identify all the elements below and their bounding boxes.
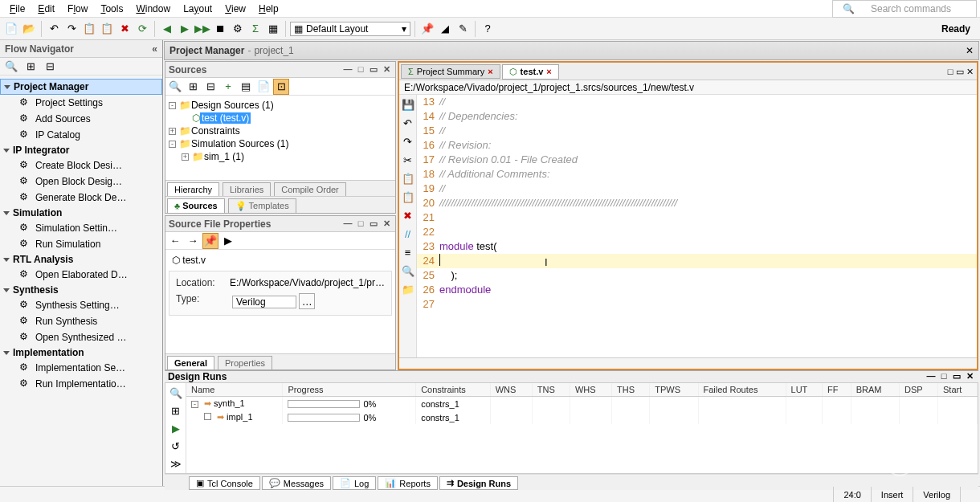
tab-project-summary[interactable]: ΣProject Summary× bbox=[401, 64, 500, 79]
settings-button[interactable]: ⚙ bbox=[230, 21, 246, 37]
type-combo[interactable]: Verilog bbox=[232, 296, 296, 308]
fn-item[interactable]: ⚙Add Sources bbox=[0, 111, 162, 127]
dr-col-ff[interactable]: FF bbox=[823, 383, 851, 397]
editor-hscroll[interactable] bbox=[399, 357, 977, 369]
wand-button[interactable]: ✎ bbox=[455, 21, 471, 37]
fn-item[interactable]: ⚙Run Implementatio… bbox=[0, 376, 162, 392]
fn-item[interactable]: ⚙Synthesis Setting… bbox=[0, 297, 162, 313]
dr-col-wns[interactable]: WNS bbox=[490, 383, 532, 397]
restore-icon[interactable]: □ bbox=[355, 64, 366, 76]
source-tree-node[interactable]: ⬡ test (test.v) bbox=[169, 112, 392, 124]
help-button[interactable]: ? bbox=[480, 21, 496, 37]
fn-expand-button[interactable]: ⊞ bbox=[22, 59, 39, 75]
src-filter-button[interactable]: ▤ bbox=[238, 79, 254, 95]
src-show-button[interactable]: 📄 bbox=[255, 79, 272, 95]
src-expand-button[interactable]: ⊞ bbox=[185, 79, 201, 95]
fn-item[interactable]: ⚙Open Synthesized … bbox=[0, 329, 162, 345]
props-maximize-icon[interactable]: ▭ bbox=[368, 218, 379, 230]
comment-icon[interactable]: // bbox=[400, 226, 416, 242]
menu-layout[interactable]: Layout bbox=[177, 2, 218, 16]
run-button[interactable]: ▶ bbox=[177, 21, 193, 37]
props-fwd-button[interactable]: → bbox=[185, 233, 201, 249]
props-minimize-icon[interactable]: — bbox=[342, 218, 353, 230]
highlight-button[interactable]: ◢ bbox=[437, 21, 453, 37]
fn-section-rtl-analysis[interactable]: RTL Analysis bbox=[0, 252, 162, 267]
dr-close-icon[interactable]: ✕ bbox=[964, 371, 975, 382]
dr-search-icon[interactable]: 🔍 bbox=[168, 385, 184, 401]
src-add-button[interactable]: + bbox=[220, 79, 236, 95]
props-close-icon[interactable]: ✕ bbox=[381, 218, 392, 230]
menu-file[interactable]: FFileile bbox=[3, 2, 31, 16]
dr-more-icon[interactable]: ≫ bbox=[168, 455, 184, 471]
pin-button[interactable]: 📌 bbox=[419, 21, 435, 37]
dr-col-progress[interactable]: Progress bbox=[283, 383, 416, 397]
tab-properties[interactable]: Properties bbox=[218, 356, 272, 369]
delete-button[interactable]: ✖ bbox=[116, 21, 133, 37]
editor-text-area[interactable]: 13//14// Dependencies:15//16// Revision:… bbox=[417, 95, 977, 357]
new-project-button[interactable]: 📄 bbox=[3, 21, 19, 37]
fn-section-simulation[interactable]: Simulation bbox=[0, 206, 162, 220]
type-browse-button[interactable]: … bbox=[299, 293, 315, 309]
src-toggle-button[interactable]: ⊡ bbox=[273, 79, 289, 95]
undo-icon[interactable]: ↶ bbox=[400, 115, 416, 131]
open-button[interactable]: 📂 bbox=[21, 21, 37, 37]
undo-button[interactable]: ↶ bbox=[46, 21, 62, 37]
fn-section-project-manager[interactable]: Project Manager bbox=[0, 79, 162, 95]
paste-button[interactable]: 📋 bbox=[99, 21, 115, 37]
close-tab-icon[interactable]: × bbox=[546, 67, 551, 76]
dr-restore-icon[interactable]: □ bbox=[938, 371, 949, 382]
copy-icon[interactable]: 📋 bbox=[400, 170, 416, 186]
dr-col-constraints[interactable]: Constraints bbox=[416, 383, 491, 397]
close-tab-icon[interactable]: × bbox=[488, 67, 492, 76]
fn-search-button[interactable]: 🔍 bbox=[3, 59, 19, 75]
refresh-button[interactable]: ⟳ bbox=[134, 21, 150, 37]
fn-section-ip-integrator[interactable]: IP Integrator bbox=[0, 143, 162, 157]
tab-templates[interactable]: 💡 Templates bbox=[228, 198, 296, 213]
design-run-row[interactable]: ➡ impl_10%constrs_1 bbox=[186, 410, 978, 424]
find-icon[interactable]: 🔍 bbox=[400, 263, 416, 279]
source-tree-node[interactable]: -📁 Design Sources (1) bbox=[169, 99, 392, 112]
save-icon[interactable]: 💾 bbox=[400, 96, 416, 112]
dr-col-failed-routes[interactable]: Failed Routes bbox=[698, 383, 786, 397]
dr-col-lut[interactable]: LUT bbox=[786, 383, 823, 397]
fn-item[interactable]: ⚙IP Catalog bbox=[0, 127, 162, 143]
ed-close-icon[interactable]: ✕ bbox=[966, 67, 974, 76]
dr-col-name[interactable]: Name bbox=[186, 383, 283, 397]
dr-col-ths[interactable]: THS bbox=[612, 383, 650, 397]
run-step-button[interactable]: ▶▶ bbox=[194, 21, 210, 37]
menu-edit[interactable]: Edit bbox=[31, 2, 61, 16]
fn-item[interactable]: ⚙Run Synthesis bbox=[0, 313, 162, 329]
collapse-button[interactable]: « bbox=[152, 43, 157, 55]
src-collapse-button[interactable]: ⊟ bbox=[202, 79, 218, 95]
source-tree-node[interactable]: -📁 Simulation Sources (1) bbox=[169, 137, 392, 150]
dr-col-tpws[interactable]: TPWS bbox=[650, 383, 698, 397]
cut-icon[interactable]: ✂ bbox=[400, 152, 416, 168]
fn-item[interactable]: ⚙Create Block Desi… bbox=[0, 157, 162, 173]
fn-item[interactable]: ⚙Implementation Se… bbox=[0, 360, 162, 376]
fn-collapse-button[interactable]: ⊟ bbox=[42, 59, 58, 75]
props-back-button[interactable]: ← bbox=[167, 233, 183, 249]
redo-button[interactable]: ↷ bbox=[63, 21, 80, 37]
props-show-button[interactable]: ▶ bbox=[220, 233, 236, 249]
fn-item[interactable]: ⚙Simulation Settin… bbox=[0, 220, 162, 236]
tab-messages[interactable]: 💬 Messages bbox=[262, 476, 331, 490]
tab-libraries[interactable]: Libraries bbox=[223, 182, 271, 196]
menu-view[interactable]: View bbox=[218, 2, 252, 16]
tab-general[interactable]: General bbox=[167, 356, 214, 369]
minimize-icon[interactable]: — bbox=[342, 64, 353, 76]
tab-compile-order[interactable]: Compile Order bbox=[274, 182, 346, 196]
dr-col-start[interactable]: Start bbox=[938, 383, 978, 397]
tab-log[interactable]: 📄 Log bbox=[333, 476, 376, 490]
dr-minimize-icon[interactable]: — bbox=[925, 371, 937, 382]
tab-tcl-console[interactable]: ▣ Tcl Console bbox=[189, 476, 260, 490]
dr-run-icon[interactable]: ▶ bbox=[168, 420, 184, 436]
menu-flow[interactable]: Flow bbox=[61, 2, 94, 16]
dr-col-bram[interactable]: BRAM bbox=[851, 383, 899, 397]
dr-col-tns[interactable]: TNS bbox=[532, 383, 570, 397]
dr-expand-icon[interactable]: ⊞ bbox=[168, 402, 184, 418]
fn-item[interactable]: ⚙Run Simulation bbox=[0, 236, 162, 252]
dr-maximize-icon[interactable]: ▭ bbox=[951, 371, 962, 382]
fn-item[interactable]: ⚙Open Block Desig… bbox=[0, 173, 162, 190]
ed-restore-icon[interactable]: □ bbox=[948, 67, 953, 76]
tab-reports[interactable]: 📊 Reports bbox=[378, 476, 438, 490]
